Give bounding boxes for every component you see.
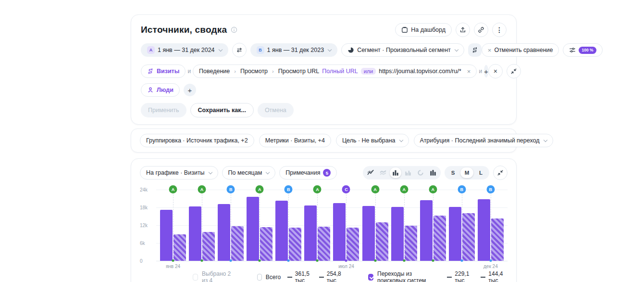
annotation-marker[interactable]: A (400, 185, 408, 193)
dashed-line-swatch (319, 277, 324, 278)
bar-previous-period[interactable] (202, 232, 215, 261)
line-chart-icon[interactable] (365, 167, 376, 178)
bar-previous-period[interactable] (347, 228, 359, 261)
bar-current-period[interactable] (247, 197, 259, 261)
clear-filters-button[interactable]: × (488, 64, 503, 78)
collapse-filters-button[interactable] (507, 64, 521, 78)
more-menu-button[interactable]: ⋮ (492, 23, 507, 37)
settings-chip[interactable]: Атрибуция · Последний значимый переход (414, 134, 553, 147)
annotation-marker[interactable]: A (371, 185, 379, 193)
bar-current-period[interactable] (420, 200, 433, 261)
period-a-badge: A (147, 46, 155, 54)
url-condition-chip[interactable]: Поведение › Просмотр › Просмотр URL Полн… (193, 64, 477, 78)
add-people-condition-button[interactable]: + (184, 84, 196, 96)
annotation-marker[interactable]: B (486, 185, 495, 193)
bar-current-period[interactable] (189, 206, 201, 261)
annotation-marker[interactable]: C (342, 185, 350, 193)
bar-previous-period[interactable] (173, 234, 186, 261)
url-value[interactable]: https://journal.topvisor.com/ru/* (379, 68, 461, 75)
operator-pill[interactable]: или (361, 68, 376, 75)
granularity-selector[interactable]: По месяцам (222, 166, 276, 179)
remove-condition-icon[interactable]: × (467, 68, 471, 75)
legend-selection-summary[interactable]: Выбрано 2 из 4 (193, 270, 233, 282)
annotation-marker[interactable]: B (227, 185, 235, 193)
to-dashboard-button[interactable]: На дашборд (395, 23, 452, 37)
segment-selector[interactable]: Сегмент · Произвольный сегмент (341, 43, 464, 57)
cancel-compare-button[interactable]: × Отменить сравнение (482, 43, 559, 57)
annotation-marker[interactable]: A (313, 185, 322, 193)
sampling-badge: 100 % (579, 47, 596, 54)
bar-current-period[interactable] (275, 201, 288, 261)
bar-previous-period[interactable] (260, 227, 272, 261)
people-filter-chip[interactable]: Люди (141, 83, 180, 97)
legend-value-current: 361,5 тыс (295, 270, 312, 282)
report-column: Источники, сводка На дашборд (131, 14, 517, 282)
legend-value-previous: 144,4 тыс (488, 270, 508, 282)
bar-previous-period[interactable] (433, 216, 446, 261)
visits-filter-chip[interactable]: Визиты (141, 64, 186, 78)
solid-line-swatch (447, 277, 452, 278)
cancel-button[interactable]: Отмена (258, 103, 294, 117)
export-button[interactable] (456, 23, 470, 37)
sampling-control[interactable]: 100 % (563, 43, 602, 57)
bar-chart-icon[interactable] (390, 167, 401, 178)
settings-chip[interactable]: Метрики · Визиты, +4 (259, 134, 331, 147)
and-connector: и (187, 68, 191, 75)
bar-current-period[interactable] (304, 205, 317, 261)
save-as-button[interactable]: Сохранить как... (190, 103, 254, 117)
y-axis-tick: 0 (140, 258, 143, 264)
settings-chip[interactable]: Группировка · Источник трафика, +2 (140, 134, 254, 147)
legend-item[interactable]: Переходы из поисковых систем229,1 тыс144… (368, 270, 508, 282)
period-b-badge: B (257, 46, 264, 54)
copy-link-button[interactable] (474, 23, 488, 37)
annotation-marker[interactable]: A (169, 185, 177, 193)
info-icon[interactable] (231, 26, 237, 33)
bar-previous-period[interactable] (318, 227, 330, 261)
annotation-marker[interactable]: B (285, 185, 293, 193)
match-type-link[interactable]: Полный URL (322, 68, 358, 75)
bar-current-period[interactable] (391, 207, 404, 261)
bar-chart: Aянв 24ABABACиюл 24AAABBдек 24 24k18k12k… (140, 190, 508, 261)
bar-current-period[interactable] (449, 207, 461, 261)
column-chart-icon[interactable] (427, 167, 439, 178)
annotation-marker[interactable]: A (256, 185, 264, 193)
bar-previous-period[interactable] (405, 226, 417, 261)
annotation-marker[interactable]: A (198, 185, 206, 193)
period-a-selector[interactable]: A 1 янв — 31 дек 2024 (141, 43, 228, 57)
period-b-selector[interactable]: B 1 янв — 31 дек 2023 (250, 43, 338, 57)
donut-chart-icon[interactable] (415, 167, 426, 178)
bar-current-period[interactable] (218, 204, 230, 261)
bar-previous-period[interactable] (289, 228, 301, 261)
chart-metric-selector[interactable]: На графике · Визиты (140, 166, 218, 179)
bar-current-period[interactable] (160, 210, 173, 261)
chart-card: На графике · Визиты По месяцам Примечани… (131, 158, 517, 282)
x-axis-tick: янв 24 (166, 264, 180, 269)
stacked-area-chart-icon[interactable] (377, 167, 389, 178)
annotation-base-dot (287, 259, 290, 262)
segment-settings-button[interactable] (468, 43, 482, 57)
chart-size-s-button[interactable]: S (446, 167, 459, 178)
bar-current-period[interactable] (478, 199, 490, 261)
apply-button[interactable]: Применить (141, 103, 186, 117)
bar-previous-period[interactable] (491, 218, 504, 261)
chart-size-m-button[interactable]: M (460, 167, 473, 178)
bar-current-period[interactable] (362, 206, 375, 261)
notes-button[interactable]: Примечания 5 (279, 166, 337, 179)
checkbox-icon[interactable] (193, 274, 198, 281)
add-condition-button[interactable]: + (484, 65, 488, 77)
bar-previous-period[interactable] (376, 222, 388, 261)
checkbox-icon[interactable] (257, 274, 262, 281)
bar-current-period[interactable] (333, 203, 346, 261)
bar-previous-period[interactable] (462, 213, 475, 261)
checkbox-icon[interactable] (368, 274, 373, 281)
collapse-chart-button[interactable] (493, 166, 508, 180)
swap-periods-button[interactable] (232, 43, 247, 57)
bar-previous-period[interactable] (231, 226, 244, 261)
chart-size-l-button[interactable]: L (474, 167, 487, 178)
legend-item[interactable]: Всего361,5 тыс254,8 тыс (257, 270, 345, 282)
settings-chip[interactable]: Цель · Не выбрана (336, 134, 409, 147)
annotation-marker[interactable]: B (458, 185, 466, 193)
chevron-down-icon (399, 138, 403, 141)
annotation-marker[interactable]: A (429, 185, 437, 193)
grouped-bar-chart-icon[interactable] (402, 167, 414, 178)
